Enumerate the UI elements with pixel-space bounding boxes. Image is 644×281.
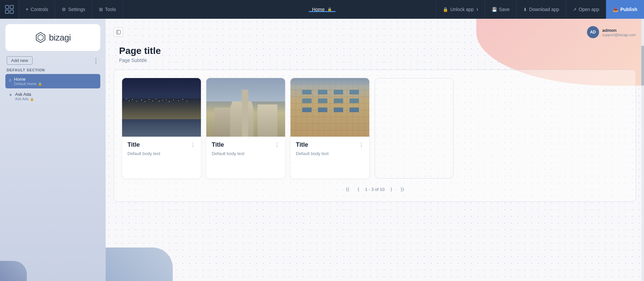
content-area: AD admon support@bizagi.com Page title P… [106,19,644,281]
cards-container: Title ⋮ Default body text [114,70,636,202]
card-1-body: Title ⋮ Default body text [122,137,201,162]
sidebar: bizagi Add new ⋮ DEFAULT SECTION ⌂ Home … [0,19,106,281]
tools-label: Tools [105,7,116,12]
card-3: Title ⋮ Default body text [290,78,369,179]
open-label: Open app [579,7,599,12]
card-1-menu-button[interactable]: ⋮ [190,142,196,148]
unlock-icon: 🔒 [443,7,448,12]
cards-grid: Title ⋮ Default body text [122,78,628,179]
save-label: Save [499,7,510,12]
nav-right-group: 🔒 Unlock app ℹ 💾 Save ⬇ Download app ↗ O… [436,0,644,19]
home-icon: ⌂ [9,77,11,82]
bizagi-brand-logo: bizagi [35,32,71,43]
content-inner: AD admon support@bizagi.com Page title P… [106,19,644,202]
card-2: Title ⋮ Default body text [206,78,285,179]
publish-button[interactable]: 📤 Publish [606,0,644,19]
card-3-title-row: Title ⋮ [296,141,364,148]
panel-toggle-icon[interactable] [114,27,123,37]
card-1-image [122,78,201,137]
page-title: Page title [119,46,631,56]
save-button[interactable]: 💾 Save [485,0,517,19]
unlock-label: Unlock app [450,7,474,12]
svg-rect-3 [10,10,13,13]
sidebar-more-options-button[interactable]: ⋮ [93,57,99,64]
card-3-body-text: Default body text [296,150,364,157]
svg-rect-1 [10,5,13,9]
bizagi-text: bizagi [49,32,71,43]
user-name: admon [602,28,636,33]
home-link-sub: Default Home 🔒 [14,82,42,86]
sidebar-item-ask-ada[interactable]: ✦ Ask Ada Ask Ada 🔒 [5,89,100,103]
user-info: AD admon support@bizagi.com [587,26,636,38]
sidebar-toolbar: Add new ⋮ [5,56,100,65]
card-1-title: Title [127,141,140,148]
publish-icon: 📤 [613,7,618,12]
card-2-title-row: Title ⋮ [212,141,280,148]
tools-nav-item[interactable]: ⊞ Tools [92,0,123,19]
content-header-right: AD admon support@bizagi.com [581,25,636,39]
card-2-body-text: Default body text [212,150,280,157]
unlock-info-icon: ℹ [477,7,478,12]
bg-blue-decoration [106,248,173,281]
settings-label: Settings [68,7,85,12]
user-divider [581,25,582,39]
card-3-title: Title [296,141,308,148]
home-link-content: Home Default Home 🔒 [14,77,42,86]
tools-icon: ⊞ [99,7,103,12]
pagination-prev-button[interactable]: ⟨ [354,185,362,193]
card-1-body-text: Default body text [127,150,196,157]
avatar: AD [587,26,599,38]
card-3-image [290,78,369,137]
page-subtitle: Page Subtitle [119,58,631,63]
content-header-left [114,27,123,37]
svg-marker-4 [36,32,45,43]
svg-marker-5 [38,34,43,41]
user-details: admon support@bizagi.com [602,28,636,37]
sidebar-logo-box: bizagi [5,24,100,51]
nav-center-home[interactable]: Home 🔒 [312,7,332,12]
download-label: Download app [529,7,559,12]
save-icon: 💾 [492,7,497,12]
controls-nav-item[interactable]: + Controls [19,0,55,19]
card-1-title-row: Title ⋮ [127,141,196,148]
controls-label: Controls [31,7,48,12]
active-tab-underline [309,11,335,12]
card-3-menu-button[interactable]: ⋮ [359,142,364,148]
add-new-button[interactable]: Add new [7,56,33,65]
ada-link-name: Ask Ada [15,92,34,97]
svg-rect-2 [5,10,9,13]
open-app-button[interactable]: ↗ Open app [566,0,606,19]
pagination-info: 1 - 3 of 10 [365,187,385,192]
ada-link-sub: Ask Ada 🔒 [15,97,34,101]
publish-label: Publish [620,7,637,12]
sidebar-item-home[interactable]: ⌂ Home Default Home 🔒 [5,74,100,88]
unlock-app-button[interactable]: 🔒 Unlock app ℹ [436,0,484,19]
ada-link-content: Ask Ada Ask Ada 🔒 [15,92,34,101]
svg-rect-6 [116,30,120,34]
sidebar-decoration [0,261,27,281]
card-2-title: Title [212,141,224,148]
nav-left-group: + Controls ⚙ Settings ⊞ Tools [0,0,123,19]
settings-nav-item[interactable]: ⚙ Settings [55,0,92,19]
top-navigation: + Controls ⚙ Settings ⊞ Tools Home 🔒 🔒 U… [0,0,644,19]
home-link-name: Home [14,77,42,82]
content-header: AD admon support@bizagi.com [106,19,644,42]
card-3-body: Title ⋮ Default body text [290,137,369,162]
page-title-area: Page title Page Subtitle [106,42,644,70]
open-icon: ↗ [573,7,577,12]
home-lock-small: 🔒 [38,82,42,86]
bizagi-hex-icon [35,32,46,43]
pagination-first-button[interactable]: ⟨⟨ [343,185,352,193]
plus-icon: + [25,6,29,12]
pagination-next-button[interactable]: ⟩ [387,185,395,193]
card-2-body: Title ⋮ Default body text [206,137,285,162]
download-icon: ⬇ [523,7,527,12]
bizagi-logo-icon [5,5,14,14]
card-2-menu-button[interactable]: ⋮ [274,142,280,148]
download-app-button[interactable]: ⬇ Download app [516,0,566,19]
ada-icon: ✦ [9,92,12,97]
pagination: ⟨⟨ ⟨ 1 - 3 of 10 ⟩ ⟩⟩ [122,185,628,193]
main-layout: bizagi Add new ⋮ DEFAULT SECTION ⌂ Home … [0,19,644,281]
pagination-last-button[interactable]: ⟩⟩ [398,185,406,193]
card-1: Title ⋮ Default body text [122,78,201,179]
